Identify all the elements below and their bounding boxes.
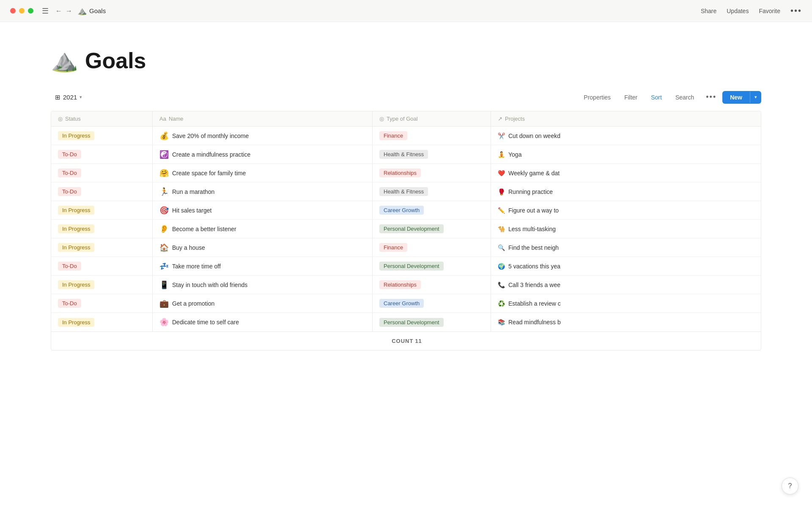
type-badge: Finance: [379, 243, 407, 252]
new-button-group[interactable]: New ▾: [722, 91, 761, 104]
project-name: Cut down on weekd: [508, 133, 560, 139]
status-badge: In Progress: [58, 243, 94, 252]
project-icon: ❤️: [498, 170, 505, 177]
search-button[interactable]: Search: [669, 91, 700, 103]
count-label: COUNT: [392, 338, 413, 344]
row-icon: 🏃: [159, 187, 169, 196]
table-row[interactable]: In Progress 🏠 Buy a house Finance 🔍 Find…: [51, 238, 761, 257]
help-button[interactable]: ?: [782, 478, 798, 494]
page-title: Goals: [85, 48, 146, 73]
cell-type: Personal Development: [373, 220, 491, 238]
filter-button[interactable]: Filter: [618, 91, 643, 103]
type-badge: Career Growth: [379, 206, 424, 215]
cell-project[interactable]: 🔍 Find the best neigh: [491, 238, 761, 257]
table-row[interactable]: To-Do 💼 Get a promotion Career Growth ♻️…: [51, 294, 761, 313]
maximize-button[interactable]: [28, 8, 33, 14]
row-icon: 📱: [159, 280, 169, 290]
row-name: Dedicate time to self care: [172, 319, 239, 326]
cell-project[interactable]: 🧘 Yoga: [491, 145, 761, 163]
page-icon-small: ⛰️: [77, 6, 87, 16]
row-name: Run a marathon: [172, 188, 214, 195]
cell-project[interactable]: ❤️ Weekly game & dat: [491, 164, 761, 182]
cell-project[interactable]: 🥊 Running practice: [491, 182, 761, 201]
titlebar-actions: Share Updates Favorite •••: [701, 6, 802, 16]
cell-project[interactable]: ✂️ Cut down on weekd: [491, 127, 761, 145]
view-grid-icon: ⊞: [55, 94, 60, 101]
cell-project[interactable]: 📞 Call 3 friends a wee: [491, 276, 761, 294]
row-icon: 🌸: [159, 318, 169, 327]
sidebar-toggle-icon[interactable]: ☰: [42, 6, 49, 16]
cell-project[interactable]: ♻️ Establish a review c: [491, 294, 761, 312]
cell-name[interactable]: 💤 Take more time off: [153, 257, 373, 275]
cell-type: Finance: [373, 127, 491, 145]
cell-name[interactable]: 🌸 Dedicate time to self care: [153, 313, 373, 331]
status-badge: In Progress: [58, 206, 94, 215]
column-name[interactable]: Aa Name: [153, 111, 373, 126]
table-row[interactable]: To-Do 🤗 Create space for family time Rel…: [51, 164, 761, 182]
row-icon: 🏠: [159, 243, 169, 252]
project-icon: 🥊: [498, 188, 505, 195]
cell-name[interactable]: ☯️ Create a mindfulness practice: [153, 145, 373, 163]
status-badge: To-Do: [58, 168, 81, 177]
cell-name[interactable]: 🤗 Create space for family time: [153, 164, 373, 182]
sort-button[interactable]: Sort: [645, 91, 668, 103]
row-name: Become a better listener: [172, 226, 236, 232]
cell-type: Finance: [373, 238, 491, 257]
row-name: Create a mindfulness practice: [172, 151, 250, 158]
name-col-label: Name: [169, 116, 184, 122]
cell-name[interactable]: 🏠 Buy a house: [153, 238, 373, 257]
toolbar: ⊞ 2021 ▾ Properties Filter Sort Search •…: [51, 90, 761, 104]
column-type[interactable]: ◎ Type of Goal: [373, 111, 491, 126]
status-col-icon: ◎: [58, 116, 63, 122]
project-name: Establish a review c: [508, 300, 561, 307]
project-name: Find the best neigh: [508, 244, 559, 251]
cell-name[interactable]: 💼 Get a promotion: [153, 294, 373, 312]
project-icon: 📞: [498, 282, 505, 288]
view-selector[interactable]: ⊞ 2021 ▾: [51, 91, 86, 103]
cell-project[interactable]: 📚 Read mindfulness b: [491, 313, 761, 331]
column-status[interactable]: ◎ Status: [51, 111, 153, 126]
favorite-button[interactable]: Favorite: [759, 8, 780, 14]
table-row[interactable]: In Progress 💰 Save 20% of monthly income…: [51, 127, 761, 145]
cell-type: Career Growth: [373, 201, 491, 219]
status-badge: In Progress: [58, 318, 94, 327]
more-options-icon[interactable]: •••: [790, 6, 802, 16]
table-row[interactable]: In Progress 🎯 Hit sales target Career Gr…: [51, 201, 761, 220]
updates-button[interactable]: Updates: [727, 8, 749, 14]
cell-name[interactable]: 🏃 Run a marathon: [153, 182, 373, 201]
cell-name[interactable]: 📱 Stay in touch with old friends: [153, 276, 373, 294]
project-icon: ♻️: [498, 300, 505, 307]
cell-name[interactable]: 🎯 Hit sales target: [153, 201, 373, 219]
table-row[interactable]: To-Do 💤 Take more time off Personal Deve…: [51, 257, 761, 276]
new-dropdown-button[interactable]: ▾: [750, 91, 761, 103]
cell-status: In Progress: [51, 238, 153, 257]
back-arrow-icon[interactable]: ←: [55, 7, 62, 15]
page-header: ⛰️ Goals: [51, 47, 761, 73]
cell-type: Relationships: [373, 164, 491, 182]
share-button[interactable]: Share: [701, 8, 716, 14]
cell-project[interactable]: 🌍 5 vacations this yea: [491, 257, 761, 275]
table-row[interactable]: In Progress 📱 Stay in touch with old fri…: [51, 276, 761, 294]
table-row[interactable]: To-Do 🏃 Run a marathon Health & Fitness …: [51, 182, 761, 201]
status-badge: To-Do: [58, 150, 81, 159]
cell-project[interactable]: ✏️ Figure out a way to: [491, 201, 761, 219]
close-button[interactable]: [10, 8, 16, 14]
properties-button[interactable]: Properties: [578, 91, 617, 103]
forward-arrow-icon[interactable]: →: [66, 7, 72, 15]
cell-name[interactable]: 💰 Save 20% of monthly income: [153, 127, 373, 145]
projects-col-icon: ↗: [498, 116, 502, 122]
cell-project[interactable]: 🐪 Less multi-tasking: [491, 220, 761, 238]
cell-name[interactable]: 👂 Become a better listener: [153, 220, 373, 238]
toolbar-more-button[interactable]: •••: [702, 90, 721, 104]
status-badge: To-Do: [58, 262, 81, 271]
name-col-icon: Aa: [159, 116, 166, 122]
table-row[interactable]: In Progress 🌸 Dedicate time to self care…: [51, 313, 761, 331]
row-name: Hit sales target: [172, 207, 211, 214]
column-projects[interactable]: ↗ Projects: [491, 111, 761, 126]
minimize-button[interactable]: [19, 8, 25, 14]
table-row[interactable]: To-Do ☯️ Create a mindfulness practice H…: [51, 145, 761, 164]
cell-status: To-Do: [51, 145, 153, 163]
type-badge: Personal Development: [379, 318, 444, 327]
table-row[interactable]: In Progress 👂 Become a better listener P…: [51, 220, 761, 238]
new-button[interactable]: New: [722, 91, 750, 104]
